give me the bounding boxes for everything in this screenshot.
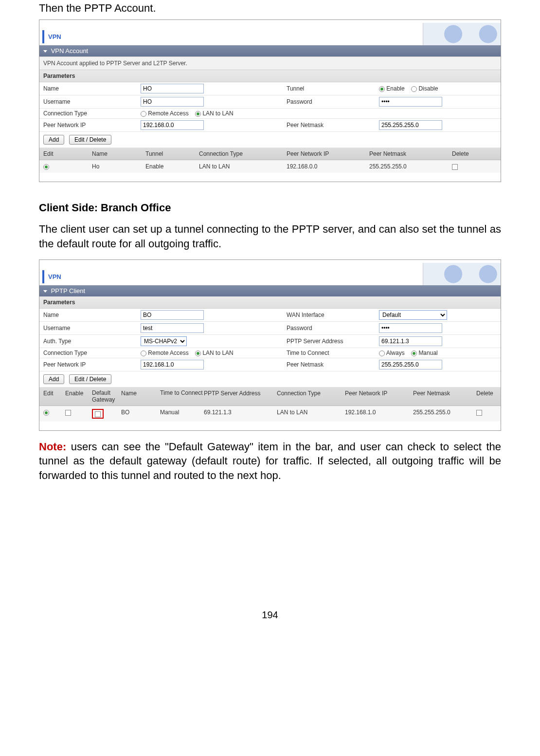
radio-manual[interactable] [411, 350, 417, 356]
panel-top: VPN [39, 20, 501, 45]
cell-ctype: LAN to LAN [199, 163, 287, 170]
input-password[interactable] [379, 323, 442, 333]
label-peerip: Peer Network IP [43, 122, 141, 129]
row-peer: Peer Network IP Peer Netmask [39, 358, 501, 371]
grid-header: Edit Enable Default Gateway Name Time to… [39, 387, 501, 406]
input-peermask[interactable] [379, 360, 442, 369]
input-username[interactable] [141, 97, 204, 107]
section-desc: VPN Account applied to PPTP Server and L… [39, 56, 501, 70]
radio-always-label: Always [386, 350, 405, 356]
radio-remote-label: Remote Access [148, 110, 188, 117]
row-peer: Peer Network IP Peer Netmask [39, 119, 501, 132]
label-tunnel: Tunnel [287, 85, 379, 92]
note-body: users can see the "Default Gateway" item… [39, 441, 501, 481]
col-enable: Enable [65, 390, 92, 403]
select-auth[interactable]: MS-CHAPv2 [141, 336, 187, 346]
col-ttc: Time to Connect [160, 390, 204, 403]
row-edit-radio[interactable] [43, 164, 49, 170]
col-srv: PPTP Server Address [204, 390, 277, 403]
input-peerip[interactable] [141, 360, 204, 369]
note-paragraph: Note: users can see the "Default Gateway… [39, 440, 501, 483]
label-wan: WAN Interface [287, 312, 379, 318]
label-peermask: Peer Netmask [287, 122, 379, 129]
section-band[interactable]: VPN Account [39, 45, 501, 56]
label-password: Password [287, 325, 379, 332]
col-name: Name [92, 150, 145, 157]
label-ttc: Time to Connect [287, 350, 379, 356]
col-tunnel: Tunnel [145, 150, 199, 157]
radio-disable-label: Disable [418, 85, 438, 92]
cell-name: Ho [92, 163, 145, 170]
add-button[interactable]: Add [43, 135, 64, 145]
row-conntype: Connection Type Remote Access LAN to LAN [39, 109, 501, 119]
chevron-down-icon [43, 50, 47, 53]
add-button[interactable]: Add [43, 374, 64, 384]
button-row: Add Edit / Delete [39, 132, 501, 148]
button-row: Add Edit / Delete [39, 371, 501, 387]
row-username: Username Password [39, 95, 501, 109]
input-username[interactable] [141, 323, 204, 333]
input-name[interactable] [141, 310, 204, 320]
radio-l2l-label: LAN to LAN [202, 350, 233, 356]
radio-always[interactable] [379, 350, 385, 356]
label-peerip: Peer Network IP [43, 361, 141, 368]
edit-delete-button[interactable]: Edit / Delete [69, 135, 111, 145]
radio-l2l[interactable] [195, 111, 201, 117]
cell-tunnel: Enable [145, 163, 199, 170]
radio-remote[interactable] [141, 111, 146, 117]
radio-disable[interactable] [411, 86, 417, 92]
panel-top: VPN [39, 260, 501, 285]
parameters-header: Parameters [39, 70, 501, 82]
input-srv[interactable] [379, 336, 442, 346]
input-password[interactable] [379, 97, 442, 107]
label-srv: PPTP Server Address [287, 338, 379, 345]
vpn-tab[interactable]: VPN [42, 270, 66, 283]
edit-delete-button[interactable]: Edit / Delete [69, 374, 111, 384]
row-name: Name Tunnel Enable Disable [39, 82, 501, 95]
col-mask: Peer Netmask [413, 390, 476, 403]
note-label: Note: [39, 441, 66, 453]
cell-mask: 255.255.255.0 [413, 409, 476, 419]
grid-row: Ho Enable LAN to LAN 192.168.0.0 255.255… [39, 160, 501, 173]
row-defgw-check[interactable] [95, 411, 101, 417]
col-defgw: Default Gateway [92, 390, 121, 403]
vpn-account-panel: VPN VPN Account VPN Account applied to P… [39, 19, 501, 182]
label-name: Name [43, 85, 141, 92]
grid-row: BO Manual 69.121.1.3 LAN to LAN 192.168.… [39, 406, 501, 422]
row-edit-radio[interactable] [43, 410, 49, 416]
label-name: Name [43, 312, 141, 318]
input-name[interactable] [141, 84, 204, 93]
radio-l2l[interactable] [195, 350, 201, 356]
header-graphic [423, 23, 501, 45]
col-name: Name [121, 390, 160, 403]
row-enable-check[interactable] [65, 410, 71, 416]
row-auth: Auth. Type MS-CHAPv2 PPTP Server Address [39, 335, 501, 348]
label-username: Username [43, 325, 141, 332]
col-ctype: Connection Type [277, 390, 345, 403]
label-peermask: Peer Netmask [287, 361, 379, 368]
cell-name: BO [121, 409, 160, 419]
vpn-tab[interactable]: VPN [42, 30, 66, 43]
col-ctype: Connection Type [199, 150, 287, 157]
radio-remote-label: Remote Access [148, 350, 188, 356]
label-username: Username [43, 98, 141, 105]
client-side-heading: Client Side: Branch Office [39, 202, 501, 214]
section-band[interactable]: PPTP Client [39, 285, 501, 296]
row-delete-check[interactable] [452, 164, 458, 170]
cell-ip: 192.168.0.0 [287, 163, 369, 170]
section-title: VPN Account [51, 47, 89, 55]
parameters-header: Parameters [39, 296, 501, 309]
label-auth: Auth. Type [43, 338, 141, 345]
label-conntype: Connection Type [43, 350, 141, 356]
chevron-down-icon [43, 290, 47, 293]
col-delete: Delete [452, 150, 491, 157]
radio-remote[interactable] [141, 350, 146, 356]
row-name: Name WAN Interface Default [39, 309, 501, 322]
cell-srv: 69.121.1.3 [204, 409, 277, 419]
input-peerip[interactable] [141, 120, 204, 130]
col-edit: Edit [43, 390, 65, 403]
input-peermask[interactable] [379, 120, 442, 130]
radio-enable[interactable] [379, 86, 385, 92]
select-wan[interactable]: Default [379, 310, 447, 320]
row-delete-check[interactable] [476, 410, 482, 416]
